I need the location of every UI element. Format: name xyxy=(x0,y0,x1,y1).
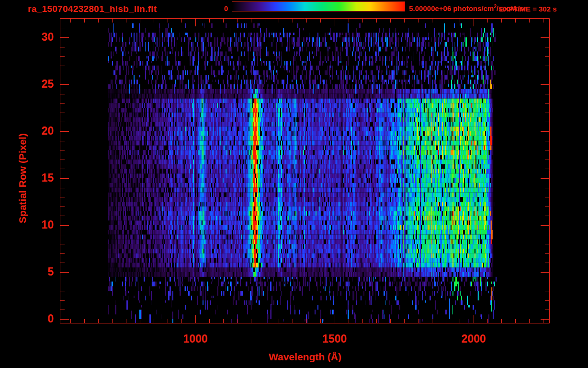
y-tick-label: 20 xyxy=(15,125,54,138)
colorbar-min-label: 0 xyxy=(213,4,228,12)
exptime-label: EXPTIME = 302 s xyxy=(499,5,556,13)
spectral-image-window: ra_150704232801_hisb_lin.fit 0 5.00000e+… xyxy=(0,0,588,368)
x-tick-label: 1000 xyxy=(172,333,218,345)
file-title: ra_150704232801_hisb_lin.fit xyxy=(28,4,157,14)
y-tick-label: 10 xyxy=(15,218,54,231)
colorbar-max-prefix: 5.00000e+06 photons/cm xyxy=(409,4,494,12)
x-axis-label: Wavelength (Å) xyxy=(269,351,341,363)
spectrogram-plot xyxy=(60,18,550,323)
y-tick-label: 25 xyxy=(15,78,54,91)
y-tick-label: 5 xyxy=(15,265,54,278)
y-tick-label: 30 xyxy=(15,31,54,44)
y-tick-label: 15 xyxy=(15,172,54,184)
colorbar xyxy=(232,1,405,12)
x-tick-label: 1500 xyxy=(312,333,358,345)
y-tick-label: 0 xyxy=(15,312,54,325)
x-tick-label: 2000 xyxy=(451,333,497,345)
